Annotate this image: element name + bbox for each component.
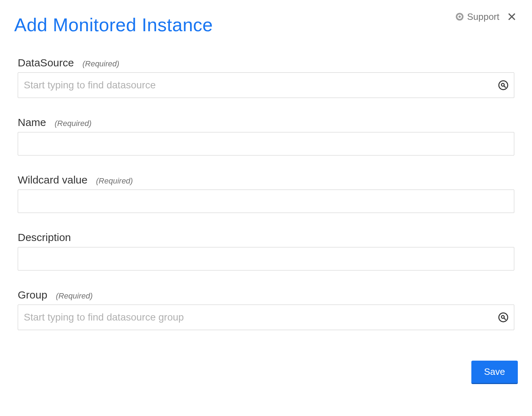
- datasource-search-button[interactable]: [498, 80, 509, 91]
- dialog-title: Add Monitored Instance: [14, 14, 213, 35]
- name-input[interactable]: [18, 132, 514, 155]
- form: DataSource (Required) Name (Required): [14, 35, 518, 330]
- label-row: Name (Required): [18, 116, 514, 128]
- svg-point-2: [499, 81, 508, 90]
- close-icon: [507, 12, 516, 21]
- group-search-button[interactable]: [498, 312, 509, 323]
- wildcard-label: Wildcard value: [18, 174, 88, 186]
- support-label: Support: [467, 11, 499, 22]
- label-row: Description: [18, 231, 514, 243]
- field-datasource: DataSource (Required): [18, 57, 514, 98]
- description-label: Description: [18, 231, 71, 243]
- support-link[interactable]: Support: [455, 11, 499, 22]
- dialog-footer: Save: [471, 361, 518, 384]
- svg-line-4: [504, 86, 505, 87]
- header-actions: Support: [455, 11, 518, 23]
- label-row: DataSource (Required): [18, 57, 514, 69]
- required-hint: (Required): [56, 291, 93, 301]
- dialog-header: Add Monitored Instance Support: [14, 14, 518, 35]
- wildcard-input[interactable]: [18, 190, 514, 213]
- field-wildcard: Wildcard value (Required): [18, 174, 514, 213]
- required-hint: (Required): [82, 59, 119, 69]
- required-hint: (Required): [55, 119, 92, 128]
- add-monitored-instance-dialog: Add Monitored Instance Support DataSourc…: [0, 0, 532, 416]
- support-icon: [455, 12, 464, 21]
- name-label: Name: [18, 116, 46, 128]
- field-group: Group (Required): [18, 289, 514, 330]
- datasource-input[interactable]: [18, 72, 514, 98]
- svg-line-7: [504, 318, 505, 319]
- input-wrap: [18, 132, 514, 155]
- group-input[interactable]: [18, 305, 514, 330]
- label-row: Group (Required): [18, 289, 514, 301]
- description-input[interactable]: [18, 247, 514, 270]
- field-name: Name (Required): [18, 116, 514, 155]
- svg-point-5: [499, 313, 508, 322]
- group-label: Group: [18, 289, 47, 301]
- search-icon: [498, 80, 509, 91]
- required-hint: (Required): [96, 176, 133, 186]
- save-button[interactable]: Save: [471, 361, 518, 384]
- input-wrap: [18, 305, 514, 330]
- close-button[interactable]: [506, 11, 518, 23]
- label-row: Wildcard value (Required): [18, 174, 514, 186]
- input-wrap: [18, 72, 514, 98]
- input-wrap: [18, 247, 514, 270]
- field-description: Description: [18, 231, 514, 270]
- search-icon: [498, 312, 509, 323]
- input-wrap: [18, 190, 514, 213]
- datasource-label: DataSource: [18, 57, 74, 69]
